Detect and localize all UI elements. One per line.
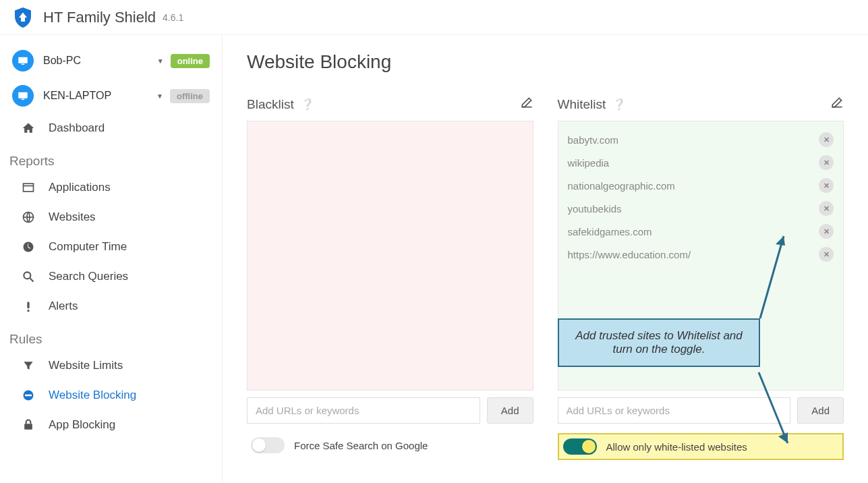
callout-tooltip: Add trusted sites to Whitelist and turn … <box>558 318 760 367</box>
nav-label: Website Limits <box>49 359 123 372</box>
device-name: Bob-PC <box>43 55 150 67</box>
nav-label: Dashboard <box>49 121 105 135</box>
chevron-down-icon: ▼ <box>156 92 163 100</box>
nav-search-queries[interactable]: Search Queries <box>0 262 222 291</box>
nav-label: Search Queries <box>49 270 128 283</box>
list-item: safekidgames.com✕ <box>558 220 844 243</box>
svg-line-10 <box>30 279 34 282</box>
app-version: 4.6.1 <box>163 12 183 23</box>
svg-rect-4 <box>24 183 34 192</box>
svg-rect-11 <box>27 302 29 308</box>
device-bob-pc[interactable]: Bob-PC ▼ online <box>0 43 222 78</box>
list-item: https://www.education.com/✕ <box>558 243 844 266</box>
nav-label: App Blocking <box>49 418 115 432</box>
alert-icon <box>20 300 36 313</box>
svg-rect-0 <box>18 57 28 63</box>
app-header: HT Family Shield 4.6.1 <box>0 0 868 35</box>
clock-icon <box>20 240 36 254</box>
section-rules: Rules <box>0 321 222 351</box>
nav-computer-time[interactable]: Computer Time <box>0 232 222 262</box>
sidebar: Bob-PC ▼ online KEN-LAPTOP ▼ offline Das… <box>0 35 223 483</box>
nav-label: Websites <box>49 210 96 224</box>
filter-icon <box>20 359 36 372</box>
toggle-label: Allow only white-listed websites <box>606 441 747 453</box>
list-item: nationalgeographic.com✕ <box>558 174 844 197</box>
list-item: wikipedia✕ <box>558 151 844 174</box>
whitelist-only-toggle[interactable] <box>563 438 597 455</box>
svg-rect-2 <box>18 92 28 98</box>
list-item: babytv.com✕ <box>558 128 844 151</box>
whitelist-only-row: Allow only white-listed websites <box>558 433 844 460</box>
window-icon <box>20 181 36 194</box>
svg-rect-1 <box>22 64 25 65</box>
svg-marker-19 <box>776 236 785 246</box>
globe-icon <box>20 210 36 224</box>
svg-rect-16 <box>521 107 531 108</box>
section-reports: Reports <box>0 143 222 173</box>
svg-rect-17 <box>832 107 842 108</box>
callout-arrow-icon <box>735 369 796 450</box>
chevron-down-icon: ▼ <box>157 57 164 65</box>
status-badge: online <box>171 54 210 68</box>
blacklist-box <box>247 121 533 391</box>
device-ken-laptop[interactable]: KEN-LAPTOP ▼ offline <box>0 78 222 113</box>
svg-rect-14 <box>25 395 32 397</box>
safe-search-toggle[interactable] <box>251 437 285 453</box>
nav-websites[interactable]: Websites <box>0 202 222 232</box>
svg-point-9 <box>24 272 30 279</box>
nav-label: Computer Time <box>49 240 127 254</box>
search-icon <box>20 270 36 283</box>
svg-point-12 <box>27 310 29 312</box>
monitor-icon <box>12 50 34 72</box>
nav-label: Applications <box>49 181 111 194</box>
svg-rect-3 <box>22 99 25 101</box>
help-icon[interactable]: ❔ <box>612 98 626 111</box>
lock-icon <box>20 418 36 432</box>
nav-app-blocking[interactable]: App Blocking <box>0 410 222 440</box>
remove-icon[interactable]: ✕ <box>819 178 834 193</box>
shield-icon <box>11 5 35 30</box>
svg-rect-15 <box>24 424 32 429</box>
svg-line-20 <box>759 372 788 443</box>
nav-website-limits[interactable]: Website Limits <box>0 351 222 380</box>
nav-alerts[interactable]: Alerts <box>0 291 222 321</box>
remove-icon[interactable]: ✕ <box>819 201 834 216</box>
whitelist-add-button[interactable]: Add <box>797 397 844 424</box>
toggle-label: Force Safe Search on Google <box>294 440 428 451</box>
status-badge: offline <box>170 89 210 103</box>
remove-icon[interactable]: ✕ <box>819 132 834 147</box>
app-title: HT Family Shield <box>43 9 156 26</box>
nav-website-blocking[interactable]: Website Blocking <box>0 380 222 410</box>
blacklist-column: Blacklist ❔ Add Force Safe Search on Goo… <box>247 96 533 460</box>
safe-search-row: Force Safe Search on Google <box>247 433 533 457</box>
blacklist-add-button[interactable]: Add <box>487 397 533 424</box>
block-icon <box>20 389 36 402</box>
main-content: Website Blocking Blacklist ❔ Add F <box>223 35 868 483</box>
remove-icon[interactable]: ✕ <box>819 224 834 239</box>
blacklist-title: Blacklist <box>247 97 294 112</box>
monitor-icon <box>12 85 34 107</box>
remove-icon[interactable]: ✕ <box>819 247 834 262</box>
device-name: KEN-LAPTOP <box>43 90 150 102</box>
nav-label: Alerts <box>49 300 78 313</box>
help-icon[interactable]: ❔ <box>301 98 314 111</box>
nav-label: Website Blocking <box>49 389 136 402</box>
blacklist-input[interactable] <box>247 397 480 424</box>
edit-icon[interactable] <box>830 96 844 113</box>
nav-applications[interactable]: Applications <box>0 173 222 202</box>
whitelist-column: Whitelist ❔ babytv.com✕ wikipedia✕ natio… <box>558 96 844 460</box>
svg-line-18 <box>760 236 784 318</box>
edit-icon[interactable] <box>520 96 533 113</box>
page-title: Website Blocking <box>247 51 844 73</box>
home-icon <box>20 121 36 135</box>
remove-icon[interactable]: ✕ <box>819 155 834 170</box>
list-item: youtubekids✕ <box>558 197 844 220</box>
nav-dashboard[interactable]: Dashboard <box>0 113 222 143</box>
whitelist-title: Whitelist <box>558 97 606 112</box>
